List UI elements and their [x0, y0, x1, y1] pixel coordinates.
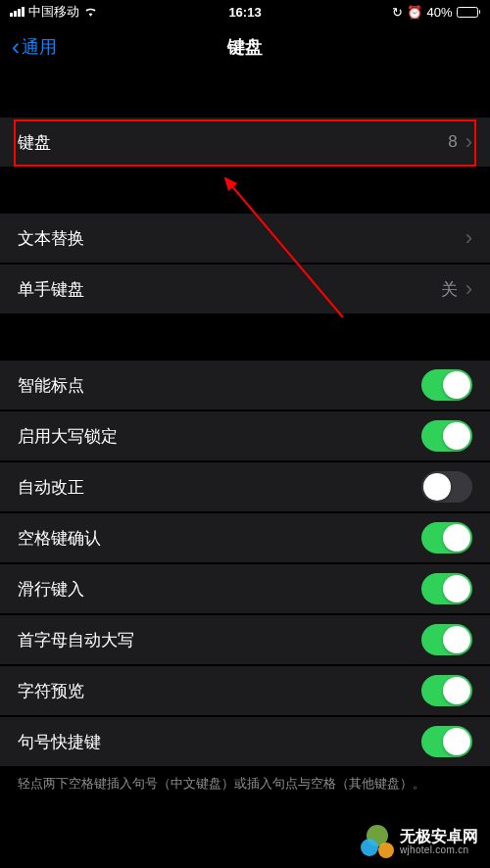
row-label: 文本替换 [18, 227, 458, 250]
row-label: 启用大写锁定 [18, 425, 421, 448]
back-label: 通用 [22, 35, 57, 59]
row-space-confirm: 空格键确认 [0, 513, 490, 562]
battery-icon [457, 7, 481, 18]
row-value: 8 [448, 132, 457, 152]
battery-pct: 40% [426, 5, 452, 20]
row-label: 单手键盘 [18, 278, 441, 301]
row-auto-correct: 自动改正 [0, 462, 490, 511]
row-one-handed-keyboard[interactable]: 单手键盘 关 › [0, 265, 490, 313]
row-label: 句号快捷键 [18, 731, 421, 753]
toggle-slide-type[interactable] [421, 573, 472, 604]
row-label: 滑行键入 [18, 578, 421, 601]
row-smart-punctuation: 智能标点 [0, 361, 490, 410]
status-left: 中国移动 [10, 3, 167, 21]
carrier-label: 中国移动 [28, 3, 79, 21]
row-period-shortcut: 句号快捷键 [0, 717, 490, 766]
row-label: 键盘 [18, 131, 448, 154]
nav-bar: ‹ 通用 键盘 [0, 24, 490, 71]
row-text-replacement[interactable]: 文本替换 › [0, 214, 490, 263]
toggle-space-confirm[interactable] [421, 522, 472, 554]
row-label: 字符预览 [18, 680, 421, 702]
status-time: 16:13 [167, 5, 323, 20]
page-title: 键盘 [227, 35, 263, 59]
status-bar: 中国移动 16:13 ↻ ⏰ 40% [0, 0, 490, 24]
toggle-auto-capitalize[interactable] [421, 624, 472, 655]
chevron-right-icon: › [466, 129, 472, 155]
row-slide-type: 滑行键入 [0, 564, 490, 613]
watermark-title: 无极安卓网 [400, 828, 478, 845]
chevron-right-icon: › [466, 225, 472, 251]
toggle-caps-lock[interactable] [421, 420, 472, 452]
watermark-url: wjhotel.com.cn [400, 844, 478, 855]
alarm-icon: ⏰ [407, 5, 422, 20]
toggle-auto-correct[interactable] [421, 471, 472, 503]
row-label: 自动改正 [18, 476, 421, 499]
footer-note: 轻点两下空格键插入句号（中文键盘）或插入句点与空格（其他键盘）。 [0, 766, 490, 801]
chevron-right-icon: › [466, 276, 472, 302]
toggle-smart-punctuation[interactable] [421, 369, 472, 401]
row-keyboards[interactable]: 键盘 8 › [0, 118, 490, 167]
row-auto-capitalize: 首字母自动大写 [0, 615, 490, 664]
toggle-period-shortcut[interactable] [421, 726, 472, 757]
row-label: 空格键确认 [18, 527, 421, 550]
row-caps-lock: 启用大写锁定 [0, 411, 490, 460]
status-right: ↻ ⏰ 40% [323, 5, 480, 20]
row-value: 关 [441, 278, 458, 301]
row-char-preview: 字符预览 [0, 666, 490, 715]
signal-icon [10, 7, 24, 17]
row-label: 首字母自动大写 [18, 629, 421, 651]
watermark: 无极安卓网 wjhotel.com.cn [361, 825, 478, 858]
chevron-left-icon: ‹ [12, 35, 20, 59]
toggle-char-preview[interactable] [421, 675, 472, 706]
loop-icon: ↻ [392, 5, 403, 20]
wifi-icon [83, 5, 98, 20]
back-button[interactable]: ‹ 通用 [12, 35, 57, 59]
watermark-logo-icon [361, 825, 394, 858]
row-label: 智能标点 [18, 374, 421, 397]
